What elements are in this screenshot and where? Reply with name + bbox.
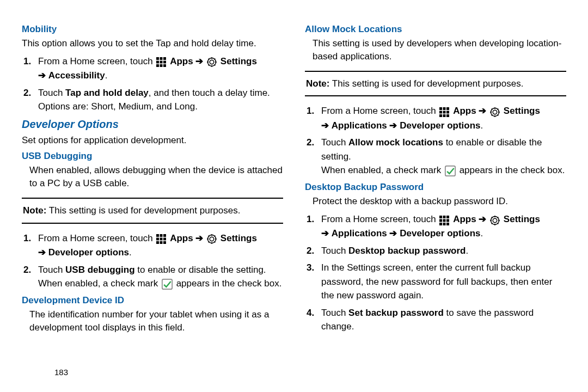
accessibility-label: Accessibility [48,70,105,81]
gear-icon [490,213,500,227]
period: . [129,247,132,258]
arrow-icon: ➔ [195,56,203,66]
apps-icon [156,232,166,246]
usb-intro: When enabled, allows debugging when the … [22,164,283,190]
gear-icon [207,232,217,246]
mobility-steps: From a Home screen, touch Apps ➔ Setting… [22,54,283,114]
desktop-step2: Touch Desktop backup password. [317,244,566,258]
heading-desktop-backup: Desktop Backup Password [305,182,566,193]
page-content: Mobility This option allows you to set t… [0,0,588,339]
usb-step2: Touch USB debugging to enable or disable… [34,263,283,291]
settings-label: Settings [220,233,257,243]
text: From a Home screen, touch [321,106,438,116]
mock-step2: Touch Allow mock locations to enable or … [317,136,566,177]
desktop-steps: From a Home screen, touch Apps ➔ Setting… [305,212,566,334]
text: Touch [38,265,65,275]
devopt-intro: Set options for application development. [22,134,283,147]
text: Touch [38,88,65,98]
tap-hold-label: Tap and hold delay [65,88,149,98]
settings-label: Settings [504,214,540,224]
left-column: Mobility This option allows you to set t… [22,21,283,339]
apps-label: Apps [453,214,476,224]
desktop-intro: Protect the desktop with a backup passwo… [305,195,566,208]
apps-icon [439,105,449,119]
mobility-step1: From a Home screen, touch Apps ➔ Setting… [34,54,283,83]
heading-developer-options: Developer Options [22,118,283,131]
desktop-step1: From a Home screen, touch Apps ➔ Setting… [317,212,566,241]
text: From a Home screen, touch [38,56,155,66]
mock-steps: From a Home screen, touch Apps ➔ Setting… [305,104,566,177]
desktop-step3: In the Settings screen, enter the curren… [317,261,566,303]
apps-icon [439,213,449,227]
text: From a Home screen, touch [38,233,155,243]
text: Touch [321,246,348,256]
mock-intro: This setting is used by developers when … [305,37,566,63]
text: Touch [321,137,348,148]
note-text: This setting is used for development pur… [329,78,523,89]
text: Touch [321,308,348,318]
apps-icon [156,55,166,69]
mock-step1: From a Home screen, touch Apps ➔ Setting… [317,104,566,132]
desktop-bkp-label: Desktop backup password [348,246,465,256]
page-number: 183 [54,367,68,377]
usb-note: Note: This setting is used for developme… [22,198,283,224]
devoptions-label: Developer options [400,120,480,131]
arrow-icon: ➔ [479,214,486,224]
heading-mobility: Mobility [22,24,283,35]
settings-label: Settings [220,56,257,66]
heading-usb-debugging: USB Debugging [22,151,283,162]
apps-label: Apps [453,106,476,116]
devoptions-label: Developer options [400,228,480,238]
desktop-step4: Touch Set backup password to save the pa… [317,306,566,334]
period: . [481,120,483,131]
usb-debug-label: USB debugging [65,265,134,275]
settings-label: Settings [504,106,540,116]
apps-label: Apps [170,233,193,243]
note-label: Note: [23,205,46,216]
text: When enabled, a check mark [321,165,444,175]
usb-step1: From a Home screen, touch Apps ➔ Setting… [34,231,283,260]
right-column: Allow Mock Locations This setting is use… [305,21,566,339]
note-text: This setting is used for development pur… [46,205,240,216]
note-label: Note: [306,78,329,89]
arrow-icon: ➔ [389,228,397,238]
set-bkp-label: Set backup password [348,308,444,318]
period: . [481,228,483,238]
heading-mock-locations: Allow Mock Locations [305,24,566,35]
text: . [465,246,468,256]
apps-label: Apps [170,56,193,66]
mobility-intro: This option allows you to set the Tap an… [22,37,283,50]
mock-note: Note: This setting is used for developme… [305,71,566,97]
check-icon [445,164,456,178]
text: From a Home screen, touch [321,214,438,224]
devoptions-label: Developer options [48,247,129,258]
mobility-step2: Touch Tap and hold delay, and then touch… [34,86,283,114]
applications-label: Applications [332,120,387,131]
arrow-icon: ➔ [38,247,46,258]
mock-loc-label: Allow mock locations [348,137,443,148]
gear-icon [490,105,500,119]
heading-dev-device-id: Development Device ID [22,295,283,306]
period: . [105,70,108,81]
gear-icon [207,55,217,69]
arrow-icon: ➔ [195,233,203,243]
arrow-icon: ➔ [38,70,46,81]
arrow-icon: ➔ [321,228,329,238]
text: appears in the check box. [460,165,565,175]
usb-steps: From a Home screen, touch Apps ➔ Setting… [22,231,283,291]
arrow-icon: ➔ [479,106,486,116]
check-icon [162,277,173,291]
arrow-icon: ➔ [389,120,397,131]
arrow-icon: ➔ [321,120,329,131]
text: appears in the check box. [176,278,282,289]
applications-label: Applications [332,228,387,238]
devid-body: The identification number for your table… [22,308,283,334]
